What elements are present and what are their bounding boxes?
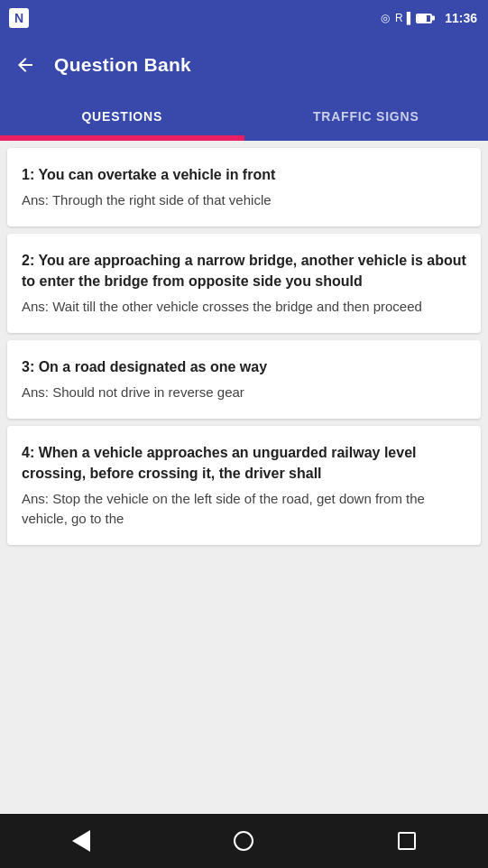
page-title: Question Bank bbox=[54, 54, 191, 76]
recent-icon bbox=[398, 832, 416, 850]
question-2-text: 2: You are approaching a narrow bridge, … bbox=[22, 250, 466, 291]
question-4-text: 4: When a vehicle approaches an unguarde… bbox=[22, 442, 466, 484]
tab-questions[interactable]: QUESTIONS bbox=[0, 94, 244, 141]
question-1-text: 1: You can overtake a vehicle in front bbox=[22, 164, 466, 185]
signal-icon: R▐ bbox=[395, 12, 410, 24]
question-4-answer: Ans: Stop the vehicle on the left side o… bbox=[22, 489, 466, 529]
status-icons: ◎ R▐ 11:36 bbox=[381, 11, 477, 25]
tab-traffic-signs[interactable]: TRAFFIC SIGNS bbox=[244, 94, 489, 141]
question-card-4: 4: When a vehicle approaches an unguarde… bbox=[7, 426, 481, 545]
status-time: 11:36 bbox=[445, 11, 477, 25]
header: Question Bank bbox=[0, 36, 488, 94]
nav-bar bbox=[0, 814, 488, 868]
home-icon bbox=[234, 831, 253, 851]
battery-icon bbox=[416, 14, 432, 23]
questions-list: 1: You can overtake a vehicle in front A… bbox=[0, 141, 488, 814]
status-bar: N ◎ R▐ 11:36 bbox=[0, 0, 488, 36]
status-bar-logo: N bbox=[9, 0, 29, 36]
wifi-icon: ◎ bbox=[381, 12, 390, 24]
tab-bar: QUESTIONS TRAFFIC SIGNS bbox=[0, 94, 488, 141]
back-button[interactable] bbox=[14, 54, 36, 76]
question-card-1: 1: You can overtake a vehicle in front A… bbox=[7, 148, 481, 226]
question-2-answer: Ans: Wait till the other vehicle crosses… bbox=[22, 297, 466, 317]
question-card-2: 2: You are approaching a narrow bridge, … bbox=[7, 234, 481, 333]
back-icon bbox=[72, 830, 90, 852]
n-logo: N bbox=[9, 8, 29, 28]
question-card-3: 3: On a road designated as one way Ans: … bbox=[7, 340, 481, 419]
question-1-answer: Ans: Through the right side of that vehi… bbox=[22, 190, 466, 210]
nav-back-button[interactable] bbox=[65, 825, 97, 857]
nav-home-button[interactable] bbox=[227, 825, 260, 857]
question-3-answer: Ans: Should not drive in reverse gear bbox=[22, 383, 466, 402]
question-3-text: 3: On a road designated as one way bbox=[22, 356, 466, 377]
nav-recent-button[interactable] bbox=[391, 825, 423, 857]
